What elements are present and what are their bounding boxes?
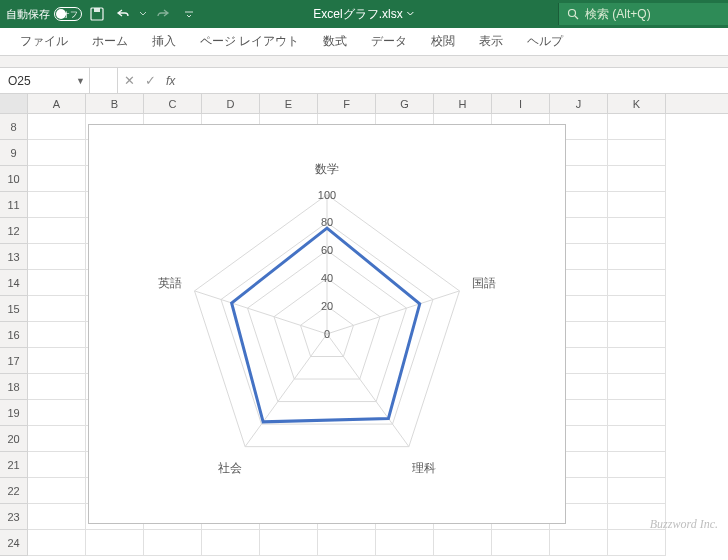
cell[interactable] — [144, 530, 202, 556]
col-head-D[interactable]: D — [202, 94, 260, 113]
tab-ページ レイアウト[interactable]: ページ レイアウト — [188, 28, 311, 56]
cell[interactable] — [28, 192, 86, 218]
qat-more-icon[interactable] — [178, 3, 200, 25]
cell[interactable] — [28, 452, 86, 478]
cell[interactable] — [608, 244, 666, 270]
cell[interactable] — [28, 166, 86, 192]
cell[interactable] — [28, 348, 86, 374]
redo-icon[interactable] — [152, 3, 174, 25]
cell[interactable] — [550, 530, 608, 556]
cell[interactable] — [28, 140, 86, 166]
cancel-formula-icon[interactable]: ✕ — [124, 73, 135, 88]
cell[interactable] — [492, 530, 550, 556]
undo-icon[interactable] — [112, 3, 134, 25]
cell[interactable] — [608, 270, 666, 296]
col-head-I[interactable]: I — [492, 94, 550, 113]
cell[interactable] — [434, 530, 492, 556]
cell[interactable] — [608, 374, 666, 400]
col-head-J[interactable]: J — [550, 94, 608, 113]
row-head[interactable]: 12 — [0, 218, 28, 244]
cell[interactable] — [608, 348, 666, 374]
row-head[interactable]: 20 — [0, 426, 28, 452]
name-box[interactable]: O25 ▼ — [0, 68, 90, 93]
fx-label[interactable]: fx — [166, 74, 175, 88]
autosave-toggle[interactable]: 自動保存 オフ — [6, 7, 82, 22]
cell[interactable] — [608, 426, 666, 452]
ribbon-collapsed-strip — [0, 56, 728, 68]
tab-表示[interactable]: 表示 — [467, 28, 515, 56]
cell[interactable] — [28, 296, 86, 322]
radar-chart[interactable]: 020406080100数学国語理科社会英語 — [88, 124, 566, 524]
svg-line-5 — [327, 291, 459, 334]
cell[interactable] — [28, 322, 86, 348]
tab-数式[interactable]: 数式 — [311, 28, 359, 56]
tab-校閲[interactable]: 校閲 — [419, 28, 467, 56]
tab-データ[interactable]: データ — [359, 28, 419, 56]
cell[interactable] — [608, 400, 666, 426]
col-head-G[interactable]: G — [376, 94, 434, 113]
col-head-A[interactable]: A — [28, 94, 86, 113]
cell[interactable] — [608, 452, 666, 478]
cell[interactable] — [318, 530, 376, 556]
cell[interactable] — [86, 530, 144, 556]
row-head[interactable]: 24 — [0, 530, 28, 556]
cell[interactable] — [28, 374, 86, 400]
col-head-F[interactable]: F — [318, 94, 376, 113]
col-head-K[interactable]: K — [608, 94, 666, 113]
search-input[interactable]: 検索 (Alt+Q) — [558, 3, 728, 25]
cell[interactable] — [28, 218, 86, 244]
col-head-H[interactable]: H — [434, 94, 492, 113]
title-dropdown-icon[interactable] — [407, 10, 415, 18]
cell[interactable] — [28, 400, 86, 426]
tab-ホーム[interactable]: ホーム — [80, 28, 140, 56]
row-head[interactable]: 11 — [0, 192, 28, 218]
row-head[interactable]: 21 — [0, 452, 28, 478]
tab-ファイル[interactable]: ファイル — [8, 28, 80, 56]
cell[interactable] — [28, 270, 86, 296]
cell[interactable] — [376, 530, 434, 556]
row-head[interactable]: 18 — [0, 374, 28, 400]
save-icon[interactable] — [86, 3, 108, 25]
row-head[interactable]: 23 — [0, 504, 28, 530]
col-head-E[interactable]: E — [260, 94, 318, 113]
cell[interactable] — [260, 530, 318, 556]
row-head[interactable]: 13 — [0, 244, 28, 270]
cell[interactable] — [28, 426, 86, 452]
cell[interactable] — [28, 478, 86, 504]
cell[interactable] — [28, 530, 86, 556]
cell[interactable] — [608, 140, 666, 166]
cell[interactable] — [608, 218, 666, 244]
row-head[interactable]: 15 — [0, 296, 28, 322]
worksheet[interactable]: ABCDEFGHIJK 8910111213141516171819202122… — [0, 94, 728, 560]
row-head[interactable]: 9 — [0, 140, 28, 166]
cell[interactable] — [28, 504, 86, 530]
cell[interactable] — [608, 114, 666, 140]
undo-dropdown-icon[interactable] — [138, 3, 148, 25]
row-head[interactable]: 22 — [0, 478, 28, 504]
svg-point-2 — [569, 10, 576, 17]
col-head-B[interactable]: B — [86, 94, 144, 113]
row-head[interactable]: 19 — [0, 400, 28, 426]
cell[interactable] — [608, 166, 666, 192]
tab-挿入[interactable]: 挿入 — [140, 28, 188, 56]
cell[interactable] — [28, 114, 86, 140]
row-head[interactable]: 10 — [0, 166, 28, 192]
cell[interactable] — [28, 244, 86, 270]
select-all-corner[interactable] — [0, 94, 28, 113]
chevron-down-icon[interactable]: ▼ — [76, 76, 85, 86]
cell[interactable] — [608, 296, 666, 322]
col-head-C[interactable]: C — [144, 94, 202, 113]
row-head[interactable]: 17 — [0, 348, 28, 374]
cell[interactable] — [608, 192, 666, 218]
tab-ヘルプ[interactable]: ヘルプ — [515, 28, 575, 56]
enter-formula-icon[interactable]: ✓ — [145, 73, 156, 88]
cell[interactable] — [608, 530, 666, 556]
cell[interactable] — [608, 322, 666, 348]
row-head[interactable]: 8 — [0, 114, 28, 140]
row-head[interactable]: 16 — [0, 322, 28, 348]
svg-text:0: 0 — [324, 328, 330, 340]
toggle-switch[interactable]: オフ — [54, 7, 82, 21]
row-head[interactable]: 14 — [0, 270, 28, 296]
cell[interactable] — [608, 478, 666, 504]
cell[interactable] — [202, 530, 260, 556]
